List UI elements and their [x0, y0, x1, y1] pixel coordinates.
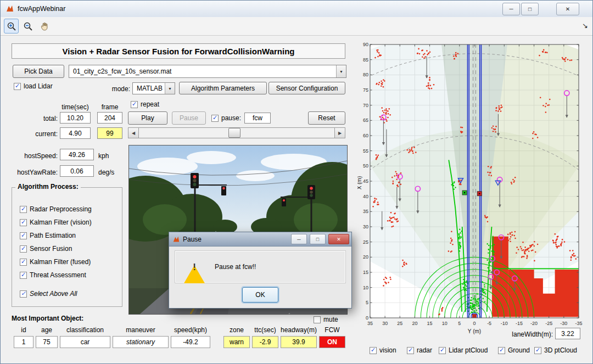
host-speed-field[interactable]: 49.26: [60, 149, 94, 160]
algorithm-checkbox-sensor-fusion[interactable]: Sensor Fusion: [20, 245, 72, 253]
lidar-point: [384, 282, 386, 283]
svg-text:35: 35: [367, 321, 373, 326]
lidar-point: [462, 284, 463, 285]
minimize-button[interactable]: ─: [502, 3, 520, 15]
lidar-point: [528, 251, 530, 253]
dock-figure-icon[interactable]: ↘: [582, 21, 588, 30]
load-lidar-checkbox[interactable]: load Lidar: [14, 82, 53, 90]
lidar-point: [510, 241, 511, 243]
algorithm-checkbox-threat-assessment[interactable]: Threat Assessment: [20, 271, 86, 279]
lidar-point: [487, 221, 489, 222]
lidar-point: [521, 256, 523, 258]
lidar-point: [457, 53, 459, 54]
host-yaw-field[interactable]: 0.06: [60, 165, 94, 177]
svg-text:70: 70: [363, 103, 368, 108]
reset-button[interactable]: Reset: [308, 111, 345, 125]
lidar-point: [472, 307, 473, 308]
layer-checkbox-lidar-ptcloud[interactable]: Lidar ptCloud: [439, 346, 488, 354]
dropdown-arrow-icon[interactable]: ▼: [336, 65, 346, 77]
current-time-field[interactable]: 4.90: [60, 127, 91, 139]
select-above-all-checkbox[interactable]: Select Above All: [20, 290, 77, 298]
frame-slider[interactable]: ◀ ▶: [128, 127, 345, 138]
lidar-point: [396, 219, 398, 220]
algorithm-parameters-button[interactable]: Algorithm Parameters: [179, 82, 267, 94]
checkbox-box: [20, 290, 27, 298]
current-frame-field[interactable]: 99: [97, 127, 122, 139]
lidar-point: [396, 173, 398, 175]
dropdown-arrow-icon[interactable]: ▼: [165, 83, 175, 94]
lidar-point: [377, 204, 378, 205]
algorithm-checkbox-kalman-filter-vision-[interactable]: Kalman Filter (vision): [20, 219, 92, 226]
checkbox-box: [534, 347, 541, 354]
lidar-point: [501, 105, 502, 107]
lidar-point: [474, 298, 475, 299]
layer-checkbox-vision[interactable]: vision: [370, 346, 396, 354]
pause-at-checkbox[interactable]: pause:: [211, 114, 241, 122]
lidar-point: [382, 117, 384, 119]
dialog-close-button[interactable]: ✕: [328, 234, 349, 244]
lidar-point: [478, 308, 479, 309]
slider-right-arrow[interactable]: ▶: [334, 128, 345, 138]
pick-data-button[interactable]: Pick Data: [13, 65, 64, 78]
lidar-point: [543, 49, 545, 51]
pan-tool[interactable]: [37, 19, 52, 33]
mute-checkbox[interactable]: mute: [314, 316, 338, 323]
lidar-point: [569, 250, 571, 251]
algorithm-checkbox-radar-preprocessing[interactable]: Radar Preprocessing: [20, 205, 92, 213]
lidar-point: [459, 229, 460, 230]
lidar-point: [513, 180, 515, 182]
slider-thumb[interactable]: [228, 128, 240, 138]
lidar-point: [572, 255, 574, 256]
lidar-point: [494, 251, 495, 253]
lidar-point: [556, 239, 558, 240]
algorithm-checkbox-kalman-filter-fused-[interactable]: Kalman Filter (fused): [20, 258, 91, 266]
total-frame-field[interactable]: 204: [97, 112, 122, 124]
ok-button[interactable]: OK: [242, 287, 278, 303]
mode-dropdown[interactable]: MATLAB ▼: [132, 82, 175, 94]
sensor-configuration-button[interactable]: Sensor Configuration: [268, 82, 345, 94]
checkbox-label: Kalman Filter (vision): [30, 219, 92, 226]
current-label: current:: [23, 130, 58, 138]
lidar-point: [423, 54, 424, 55]
pause-event-field[interactable]: fcw: [244, 113, 271, 124]
lidar-point: [428, 52, 429, 54]
play-button[interactable]: Play: [128, 111, 167, 125]
lidar-point: [396, 221, 398, 223]
repeat-checkbox[interactable]: repeat: [131, 100, 159, 108]
mio-column-header: age: [36, 326, 58, 334]
lidar-point: [392, 217, 394, 219]
zoom-out-tool[interactable]: [20, 19, 35, 33]
lidar-point: [514, 235, 516, 237]
lidar-point: [488, 249, 489, 250]
mio-column-header: ttc(sec): [252, 326, 278, 334]
lidar-point: [462, 131, 463, 133]
layer-checkbox-ground[interactable]: Ground: [498, 346, 530, 354]
lidar-point: [377, 56, 379, 58]
lane-width-field[interactable]: 3.22: [555, 328, 580, 339]
mio-column-header: FCW: [319, 326, 345, 334]
lidar-point: [484, 286, 485, 287]
layer-checkbox-3d-ptcloud[interactable]: 3D ptCloud: [534, 346, 577, 354]
host-speed-unit: kph: [98, 152, 109, 160]
layer-checkbox-radar[interactable]: radar: [407, 346, 432, 354]
lidar-point: [409, 151, 411, 153]
algorithm-checkbox-list: Radar PreprocessingKalman Filter (vision…: [12, 188, 122, 306]
window-titlebar[interactable]: fcwAppWebinar ─ □ ✕: [1, 1, 592, 18]
close-button[interactable]: ✕: [556, 3, 579, 15]
lidar-point: [570, 259, 572, 261]
dialog-maximize-button[interactable]: □: [310, 234, 326, 244]
lidar-point: [458, 234, 460, 236]
data-file-dropdown[interactable]: 01_city_c2s_fcw_10s_sensor.mat ▼: [69, 65, 346, 78]
dialog-titlebar[interactable]: Pause ─ □ ✕: [169, 232, 351, 247]
svg-text:-25: -25: [545, 321, 552, 326]
total-time-field[interactable]: 10.20: [60, 112, 91, 124]
dialog-minimize-button[interactable]: ─: [291, 234, 307, 244]
svg-text:90: 90: [363, 42, 368, 47]
zoom-in-tool[interactable]: [4, 19, 19, 33]
maximize-button[interactable]: □: [521, 3, 539, 15]
slider-left-arrow[interactable]: ◀: [128, 128, 139, 138]
lidar-point: [382, 110, 384, 112]
svg-text:-30: -30: [560, 321, 567, 326]
lidar-point: [451, 231, 452, 232]
algorithm-checkbox-path-estimation[interactable]: Path Estimation: [20, 232, 76, 239]
